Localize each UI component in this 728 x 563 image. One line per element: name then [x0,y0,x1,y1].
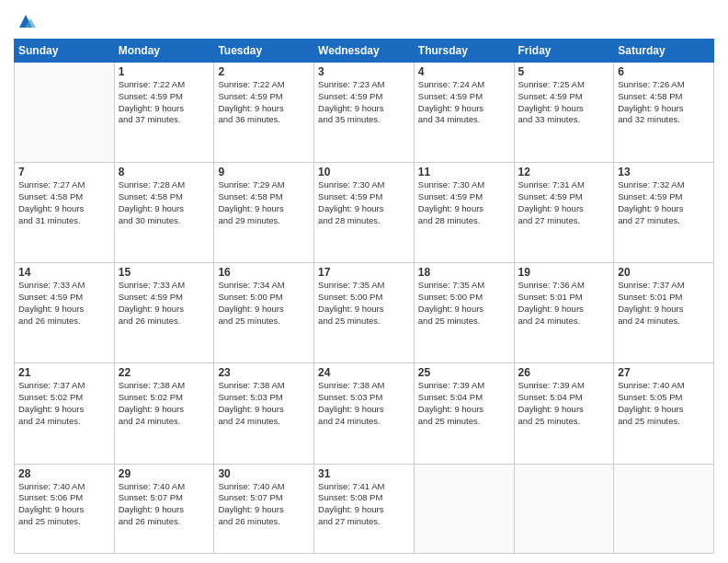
day-number: 20 [618,266,710,279]
weekday-header: Friday [514,40,614,63]
day-number: 11 [418,166,510,178]
day-info: Sunrise: 7:33 AM Sunset: 4:59 PM Dayligh… [119,280,210,327]
day-number: 15 [119,266,210,279]
calendar-day-cell: 26Sunrise: 7:39 AM Sunset: 5:04 PM Dayli… [514,363,614,464]
day-number: 24 [318,366,410,379]
day-number: 23 [218,366,310,379]
calendar-day-cell: 22Sunrise: 7:38 AM Sunset: 5:02 PM Dayli… [114,363,214,464]
calendar-day-cell: 18Sunrise: 7:35 AM Sunset: 5:00 PM Dayli… [414,263,514,363]
calendar-week-row: 7Sunrise: 7:27 AM Sunset: 4:58 PM Daylig… [15,163,714,263]
day-number: 4 [418,65,510,78]
calendar-day-cell: 20Sunrise: 7:37 AM Sunset: 5:01 PM Dayli… [614,263,714,363]
calendar-day-cell: 6Sunrise: 7:26 AM Sunset: 4:58 PM Daylig… [614,63,714,163]
day-number: 21 [18,366,110,379]
logo-icon [16,11,36,31]
day-number: 26 [518,366,610,379]
day-info: Sunrise: 7:30 AM Sunset: 4:59 PM Dayligh… [418,179,510,226]
calendar-day-cell: 15Sunrise: 7:33 AM Sunset: 4:59 PM Dayli… [114,263,214,363]
day-info: Sunrise: 7:22 AM Sunset: 4:59 PM Dayligh… [218,79,310,126]
calendar-day-cell: 19Sunrise: 7:36 AM Sunset: 5:01 PM Dayli… [514,263,614,363]
day-info: Sunrise: 7:22 AM Sunset: 4:59 PM Dayligh… [119,79,210,126]
day-number: 8 [119,166,210,178]
calendar-day-cell: 11Sunrise: 7:30 AM Sunset: 4:59 PM Dayli… [414,163,514,263]
day-number: 7 [18,166,110,178]
day-number: 12 [518,166,610,178]
day-number: 14 [18,266,110,279]
day-info: Sunrise: 7:41 AM Sunset: 5:08 PM Dayligh… [318,481,410,528]
day-info: Sunrise: 7:37 AM Sunset: 5:01 PM Dayligh… [618,280,710,327]
day-info: Sunrise: 7:35 AM Sunset: 5:00 PM Dayligh… [418,280,510,327]
calendar-day-cell: 2Sunrise: 7:22 AM Sunset: 4:59 PM Daylig… [214,63,314,163]
day-info: Sunrise: 7:40 AM Sunset: 5:07 PM Dayligh… [119,481,210,528]
day-number: 3 [318,65,410,78]
day-info: Sunrise: 7:36 AM Sunset: 5:01 PM Dayligh… [518,280,610,327]
day-number: 19 [518,266,610,279]
weekday-header: Thursday [414,40,514,63]
day-number: 2 [218,65,310,78]
calendar-day-cell: 4Sunrise: 7:24 AM Sunset: 4:59 PM Daylig… [414,63,514,163]
day-number: 6 [618,65,710,78]
day-info: Sunrise: 7:38 AM Sunset: 5:02 PM Dayligh… [119,380,210,427]
day-number: 13 [618,166,710,178]
calendar-day-cell: 29Sunrise: 7:40 AM Sunset: 5:07 PM Dayli… [114,464,214,554]
day-number: 16 [218,266,310,279]
calendar-week-row: 21Sunrise: 7:37 AM Sunset: 5:02 PM Dayli… [15,363,714,464]
day-number: 28 [18,467,110,480]
calendar-day-cell: 5Sunrise: 7:25 AM Sunset: 4:59 PM Daylig… [514,63,614,163]
day-info: Sunrise: 7:38 AM Sunset: 5:03 PM Dayligh… [318,380,410,427]
day-info: Sunrise: 7:40 AM Sunset: 5:07 PM Dayligh… [218,481,310,528]
calendar-day-cell: 28Sunrise: 7:40 AM Sunset: 5:06 PM Dayli… [15,464,115,554]
calendar-day-cell: 24Sunrise: 7:38 AM Sunset: 5:03 PM Dayli… [314,363,415,464]
calendar-day-cell: 14Sunrise: 7:33 AM Sunset: 4:59 PM Dayli… [15,263,115,363]
day-number: 18 [418,266,510,279]
weekday-header: Tuesday [214,40,314,63]
day-number: 10 [318,166,410,178]
day-info: Sunrise: 7:35 AM Sunset: 5:00 PM Dayligh… [318,280,410,327]
calendar-day-cell: 10Sunrise: 7:30 AM Sunset: 4:59 PM Dayli… [314,163,415,263]
day-number: 31 [318,467,410,480]
day-number: 27 [618,366,710,379]
day-info: Sunrise: 7:23 AM Sunset: 4:59 PM Dayligh… [318,79,410,126]
day-info: Sunrise: 7:38 AM Sunset: 5:03 PM Dayligh… [218,380,310,427]
weekday-header: Saturday [614,40,714,63]
calendar-day-cell [15,63,115,163]
day-info: Sunrise: 7:32 AM Sunset: 4:59 PM Dayligh… [618,179,710,226]
day-info: Sunrise: 7:25 AM Sunset: 4:59 PM Dayligh… [518,79,610,126]
day-info: Sunrise: 7:30 AM Sunset: 4:59 PM Dayligh… [318,179,410,226]
weekday-header: Monday [114,40,214,63]
day-info: Sunrise: 7:29 AM Sunset: 4:58 PM Dayligh… [218,179,310,226]
page: SundayMondayTuesdayWednesdayThursdayFrid… [0,0,728,563]
day-info: Sunrise: 7:27 AM Sunset: 4:58 PM Dayligh… [18,179,110,226]
calendar-table: SundayMondayTuesdayWednesdayThursdayFrid… [14,39,714,554]
calendar-day-cell: 13Sunrise: 7:32 AM Sunset: 4:59 PM Dayli… [614,163,714,263]
calendar-day-cell: 21Sunrise: 7:37 AM Sunset: 5:02 PM Dayli… [15,363,115,464]
day-info: Sunrise: 7:39 AM Sunset: 5:04 PM Dayligh… [518,380,610,427]
calendar-day-cell: 30Sunrise: 7:40 AM Sunset: 5:07 PM Dayli… [214,464,314,554]
calendar-day-cell: 23Sunrise: 7:38 AM Sunset: 5:03 PM Dayli… [214,363,314,464]
day-info: Sunrise: 7:31 AM Sunset: 4:59 PM Dayligh… [518,179,610,226]
day-number: 29 [119,467,210,480]
day-info: Sunrise: 7:37 AM Sunset: 5:02 PM Dayligh… [18,380,110,427]
day-info: Sunrise: 7:40 AM Sunset: 5:05 PM Dayligh… [618,380,710,427]
day-info: Sunrise: 7:24 AM Sunset: 4:59 PM Dayligh… [418,79,510,126]
day-number: 1 [119,65,210,78]
calendar-day-cell [614,464,714,554]
weekday-header: Sunday [15,40,115,63]
calendar-day-cell [514,464,614,554]
calendar-day-cell: 12Sunrise: 7:31 AM Sunset: 4:59 PM Dayli… [514,163,614,263]
calendar-day-cell: 31Sunrise: 7:41 AM Sunset: 5:08 PM Dayli… [314,464,415,554]
calendar-day-cell: 7Sunrise: 7:27 AM Sunset: 4:58 PM Daylig… [15,163,115,263]
calendar-day-cell [414,464,514,554]
day-number: 9 [218,166,310,178]
day-info: Sunrise: 7:26 AM Sunset: 4:58 PM Dayligh… [618,79,710,126]
calendar-day-cell: 8Sunrise: 7:28 AM Sunset: 4:58 PM Daylig… [114,163,214,263]
calendar-week-row: 14Sunrise: 7:33 AM Sunset: 4:59 PM Dayli… [15,263,714,363]
weekday-header: Wednesday [314,40,415,63]
day-number: 25 [418,366,510,379]
calendar-day-cell: 27Sunrise: 7:40 AM Sunset: 5:05 PM Dayli… [614,363,714,464]
calendar-week-row: 28Sunrise: 7:40 AM Sunset: 5:06 PM Dayli… [15,464,714,554]
day-info: Sunrise: 7:28 AM Sunset: 4:58 PM Dayligh… [119,179,210,226]
calendar-header-row: SundayMondayTuesdayWednesdayThursdayFrid… [15,40,714,63]
day-number: 22 [119,366,210,379]
day-number: 5 [518,65,610,78]
